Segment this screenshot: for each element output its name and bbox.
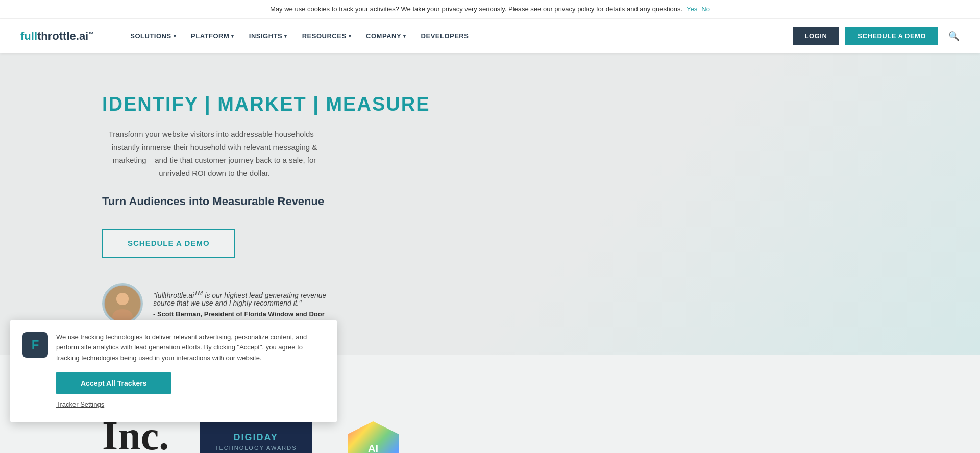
chevron-down-icon: ▾ — [349, 34, 352, 39]
svg-text:AI: AI — [368, 443, 378, 453]
login-button[interactable]: LOGIN — [793, 27, 840, 45]
schedule-demo-button[interactable]: SCHEDULE A DEMO — [845, 27, 938, 45]
cookie-yes-link[interactable]: Yes — [687, 5, 697, 13]
accolade-digiday: DIGIDAY TECHNOLOGY AWARDS Award Winner — [200, 419, 312, 453]
hero-headline: IDENTIFY | MARKET | MEASURE — [102, 93, 980, 115]
nav-company-label: COMPANY — [366, 32, 401, 40]
logo-throttle: throttle — [37, 30, 76, 42]
nav-actions: LOGIN SCHEDULE A DEMO 🔍 — [793, 27, 960, 45]
cookie-brand-icon: F — [22, 332, 48, 358]
cookie-popup-buttons: Accept All Trackers Tracker Settings — [22, 372, 325, 410]
testimonial-author: - Scott Berman, President of Florida Win… — [153, 310, 337, 318]
logo-full: full — [20, 30, 37, 42]
accept-all-trackers-button[interactable]: Accept All Trackers — [56, 372, 171, 394]
chevron-down-icon: ▾ — [174, 34, 177, 39]
nav-developers[interactable]: DEVELOPERS — [415, 28, 475, 44]
cookie-consent-popup: F We use tracking technologies to delive… — [10, 320, 337, 422]
cookie-no-link[interactable]: No — [701, 5, 710, 13]
testimonial-block: "fullthrottle.aiTM is our highest lead g… — [102, 283, 980, 324]
testimonial-quote: "fullthrottle.aiTM is our highest lead g… — [153, 289, 337, 308]
nav-insights-label: INSIGHTS — [249, 32, 282, 40]
nav-platform-label: PLATFORM — [191, 32, 229, 40]
cookie-popup-top: F We use tracking technologies to delive… — [22, 332, 325, 364]
nav-resources[interactable]: RESOURCES ▾ — [296, 28, 357, 44]
main-nav: SOLUTIONS ▾ PLATFORM ▾ INSIGHTS ▾ RESOUR… — [124, 28, 792, 44]
nav-company[interactable]: COMPANY ▾ — [360, 28, 412, 44]
site-logo[interactable]: fullthrottle.ai™ — [20, 30, 93, 43]
nav-developers-label: DEVELOPERS — [421, 32, 469, 40]
cookie-popup-body-text: We use tracking technologies to deliver … — [56, 332, 325, 364]
hero-schedule-demo-button[interactable]: SCHEDULE A DEMO — [102, 229, 235, 258]
cookie-notice-bar: May we use cookies to track your activit… — [0, 0, 980, 18]
nav-insights[interactable]: INSIGHTS ▾ — [243, 28, 293, 44]
hero-section: IDENTIFY | MARKET | MEASURE Transform yo… — [0, 53, 980, 355]
nav-platform[interactable]: PLATFORM ▾ — [185, 28, 240, 44]
avatar — [102, 283, 143, 324]
digiday-sub: TECHNOLOGY AWARDS — [215, 445, 297, 451]
testimonial-content: "fullthrottle.aiTM is our highest lead g… — [153, 289, 337, 318]
hero-tagline: Turn Audiences into Measurable Revenue — [102, 195, 347, 208]
logo-dot-ai: .ai — [76, 30, 88, 42]
cookie-icon-letter: F — [32, 338, 39, 352]
site-header: fullthrottle.ai™ SOLUTIONS ▾ PLATFORM ▾ … — [0, 19, 980, 53]
search-icon[interactable]: 🔍 — [948, 31, 960, 42]
nav-solutions[interactable]: SOLUTIONS ▾ — [124, 28, 182, 44]
chevron-down-icon: ▾ — [284, 34, 287, 39]
accolade-ai: AI — [342, 419, 404, 453]
nav-resources-label: RESOURCES — [302, 32, 347, 40]
chevron-down-icon: ▾ — [403, 34, 406, 39]
logo-tm: ™ — [88, 31, 93, 36]
hero-subtext: Transform your website visitors into add… — [102, 128, 327, 180]
digiday-title: DIGIDAY — [233, 432, 278, 443]
nav-solutions-label: SOLUTIONS — [130, 32, 171, 40]
chevron-down-icon: ▾ — [231, 34, 234, 39]
svg-point-3 — [116, 293, 129, 305]
cookie-notice-text: May we use cookies to track your activit… — [270, 5, 682, 13]
tracker-settings-button[interactable]: Tracker Settings — [56, 398, 104, 410]
